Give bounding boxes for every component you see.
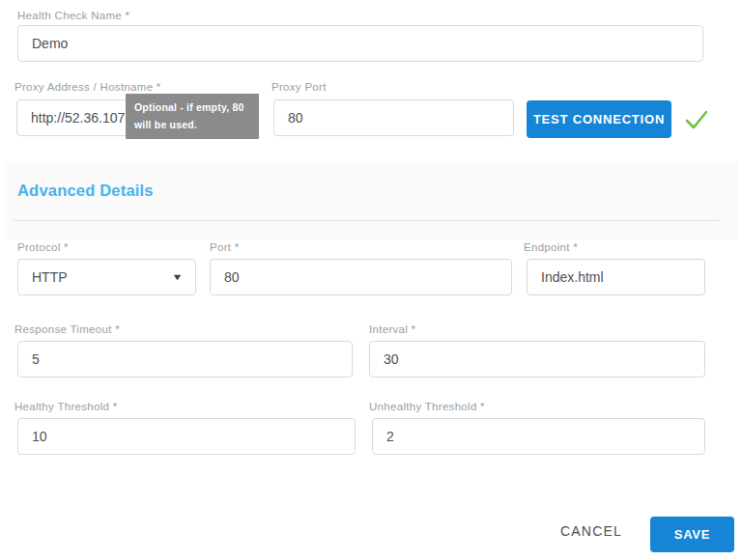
response-timeout-input[interactable] [17,341,353,378]
port-label: Port * [210,241,240,253]
unhealthy-threshold-input[interactable] [372,418,705,455]
interval-input[interactable] [369,341,705,378]
healthy-threshold-input[interactable] [17,418,356,455]
healthy-threshold-label: Healthy Threshold * [14,401,118,412]
advanced-details-heading: Advanced Details [17,182,154,200]
proxy-port-label: Proxy Port [271,81,327,93]
health-check-name-input[interactable] [17,25,703,62]
connection-success-check-icon [683,107,710,132]
interval-label: Interval * [369,323,415,335]
protocol-select-value: HTTP [32,269,68,285]
advanced-details-panel [5,161,737,239]
advanced-details-divider [14,220,719,221]
health-check-name-label: Health Check Name * [17,10,129,21]
response-timeout-label: Response Timeout * [14,323,120,335]
cancel-button[interactable]: CANCEL [560,523,622,539]
test-connection-button[interactable]: TEST CONNECTION [527,100,671,138]
port-input[interactable] [210,259,512,295]
endpoint-label: Endpoint * [524,241,578,253]
proxy-port-input[interactable] [273,99,514,136]
protocol-label: Protocol * [17,241,69,253]
proxy-address-label: Proxy Address / Hostname * [14,81,161,93]
proxy-port-tooltip: Optional - if empty, 80 will be used. [126,94,259,139]
protocol-select[interactable]: HTTP ▼ [17,259,196,295]
chevron-down-icon: ▼ [171,272,183,282]
unhealthy-threshold-label: Unhealthy Threshold * [369,401,485,412]
endpoint-input[interactable] [527,259,705,295]
save-button[interactable]: SAVE [650,517,734,552]
